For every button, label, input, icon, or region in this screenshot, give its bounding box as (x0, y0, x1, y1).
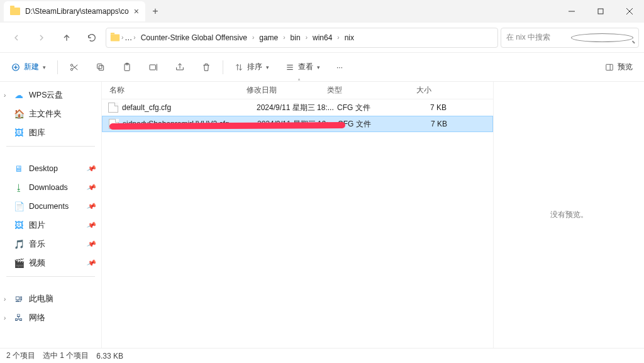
chevron-right-icon: › (121, 34, 123, 41)
crumb-nix[interactable]: nix (341, 28, 358, 47)
chevron-right-icon: › (283, 34, 285, 41)
annotation-underline (109, 122, 345, 130)
refresh-button[interactable] (80, 26, 103, 49)
clipboard-icon (122, 62, 132, 72)
preview-empty-text: 没有预览。 (550, 209, 588, 220)
copy-icon (96, 62, 106, 72)
svg-rect-1 (598, 9, 603, 14)
crumb-game[interactable]: game (255, 28, 282, 47)
sidebar-item-gallery[interactable]: 🖼图库 (0, 123, 101, 142)
status-bar: 2 个项目 选中 1 个项目 6.33 KB (0, 348, 644, 363)
sidebar-item-home[interactable]: 🏠主文件夹 (0, 104, 101, 123)
downloads-icon: ⭳ (14, 182, 24, 193)
chevron-right-icon: › (4, 296, 6, 303)
search-input[interactable]: 在 nix 中搜索 (501, 28, 639, 48)
sidebar-item-documents[interactable]: 📄Documents📌 (0, 197, 101, 216)
status-size: 6.33 KB (96, 352, 123, 360)
minimize-button[interactable] (557, 0, 586, 23)
more-button[interactable]: ··· (331, 57, 348, 77)
pictures-icon: 🖼 (14, 220, 24, 230)
rename-icon (148, 62, 158, 72)
breadcrumb[interactable]: › … › Counter-Strike Global Offensive › … (106, 28, 498, 48)
share-button[interactable] (170, 57, 190, 77)
view-button[interactable]: 查看 ▾ (280, 57, 325, 77)
separator (6, 276, 95, 277)
sidebar: ›☁WPS云盘 🏠主文件夹 🖼图库 🖥Desktop📌 ⭳Downloads📌 … (0, 82, 102, 348)
file-row[interactable]: default_cfg.cfg 2024/9/11 星期三 18:... CFG… (102, 99, 493, 116)
crumb-bin[interactable]: bin (287, 28, 304, 47)
chevron-right-icon: › (4, 92, 6, 99)
sidebar-item-wps[interactable]: ›☁WPS云盘 (0, 86, 101, 104)
maximize-button[interactable] (586, 0, 615, 23)
chevron-right-icon: › (306, 34, 308, 41)
svg-rect-11 (99, 65, 103, 70)
cut-button[interactable] (64, 57, 84, 77)
copy-button[interactable] (91, 57, 111, 77)
nav-back-button[interactable] (5, 26, 28, 49)
svg-line-10 (72, 65, 77, 69)
sidebar-item-downloads[interactable]: ⭳Downloads📌 (0, 178, 101, 197)
command-bar: 新建 ▾ 排序 ▾ 查看 ▾ ··· 预览 (0, 53, 644, 82)
videos-icon: 🎬 (14, 258, 24, 268)
pin-icon: 📌 (86, 182, 97, 193)
chevron-right-icon: › (337, 34, 339, 41)
crumb-cs[interactable]: Counter-Strike Global Offensive (137, 28, 251, 47)
separator (57, 60, 58, 74)
crumb-win64[interactable]: win64 (309, 28, 336, 47)
list-icon (286, 63, 294, 72)
chevron-right-icon: › (133, 34, 135, 41)
sidebar-item-music[interactable]: 🎵音乐📌 (0, 235, 101, 254)
new-button[interactable]: 新建 ▾ (6, 57, 51, 77)
cloud-icon: ☁ (14, 90, 24, 100)
sort-icon (235, 63, 243, 72)
column-name[interactable]: 名称 (102, 85, 247, 96)
nav-up-button[interactable] (55, 26, 78, 49)
overflow-crumb[interactable]: … (125, 33, 132, 42)
preview-pane-icon (605, 63, 614, 72)
scissors-icon (69, 62, 79, 72)
share-icon (175, 62, 185, 72)
column-date[interactable]: 修改日期 (247, 85, 327, 96)
pin-icon: 📌 (86, 257, 97, 268)
pin-icon: 📌 (86, 238, 97, 249)
preview-pane-button[interactable]: 预览 (600, 57, 638, 77)
delete-button[interactable] (196, 57, 216, 77)
sidebar-item-pictures[interactable]: 🖼图片📌 (0, 216, 101, 235)
file-list: ˄ 名称 修改日期 类型 大小 default_cfg.cfg 2024/9/1… (102, 82, 493, 348)
sort-button[interactable]: 排序 ▾ (230, 57, 274, 77)
status-selected: 选中 1 个项目 (43, 350, 89, 361)
new-tab-button[interactable]: + (145, 1, 165, 21)
search-placeholder: 在 nix 中搜索 (506, 32, 567, 43)
documents-icon: 📄 (14, 201, 24, 211)
desktop-icon: 🖥 (14, 164, 24, 174)
collapse-handle-icon[interactable]: ˄ (297, 78, 301, 85)
paste-button[interactable] (117, 57, 137, 77)
column-type[interactable]: 类型 (327, 85, 394, 96)
search-icon (571, 33, 633, 42)
chevron-down-icon: ▾ (317, 64, 320, 70)
close-tab-icon[interactable]: × (134, 6, 139, 16)
svg-line-9 (72, 65, 77, 70)
tab-title: D:\SteamLibrary\steamapps\co (25, 7, 129, 16)
nav-forward-button[interactable] (30, 26, 53, 49)
rename-button[interactable] (143, 57, 164, 77)
sidebar-item-desktop[interactable]: 🖥Desktop📌 (0, 159, 101, 178)
sidebar-item-thispc[interactable]: ›🖳此电脑 (0, 289, 101, 308)
window-tab[interactable]: D:\SteamLibrary\steamapps\co × (4, 1, 145, 21)
trash-icon (201, 62, 211, 72)
titlebar: D:\SteamLibrary\steamapps\co × + (0, 0, 644, 23)
address-bar-row: › … › Counter-Strike Global Offensive › … (0, 23, 644, 53)
close-window-button[interactable] (615, 0, 644, 23)
chevron-right-icon: › (252, 34, 254, 41)
chevron-down-icon: ▾ (43, 64, 46, 70)
sidebar-item-network[interactable]: ›🖧网络 (0, 308, 101, 327)
folder-icon (111, 34, 119, 41)
sidebar-item-videos[interactable]: 🎬视频📌 (0, 254, 101, 272)
chevron-down-icon: ▾ (266, 64, 269, 70)
pin-icon: 📌 (86, 201, 97, 211)
preview-pane: 没有预览。 (493, 82, 644, 348)
svg-rect-12 (97, 64, 102, 68)
pin-icon: 📌 (86, 163, 97, 174)
column-size[interactable]: 大小 (394, 85, 438, 96)
music-icon: 🎵 (14, 239, 24, 249)
